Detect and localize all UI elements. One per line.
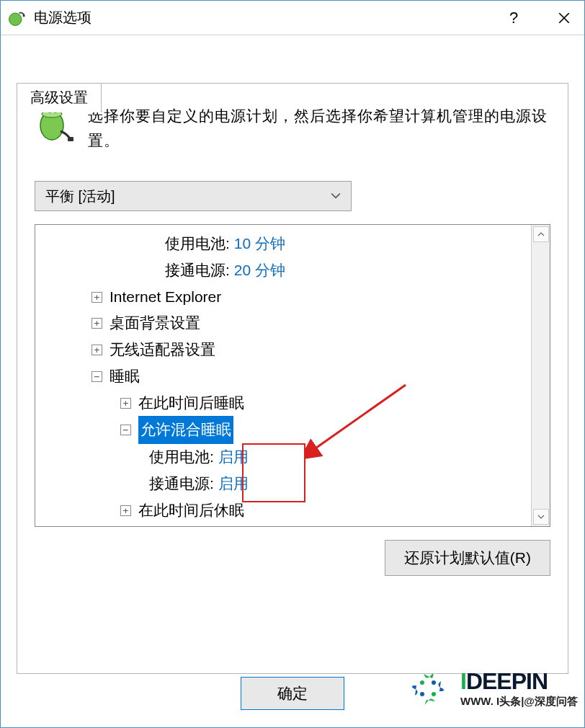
tree-row-hybrid-plugged[interactable]: 接通电源: 启用 [35,471,550,497]
tab-panel: 选择你要自定义的电源计划，然后选择你希望计算机管理的电源设置。 平衡 [活动] … [17,83,568,674]
hybrid-sleep-label: 允许混合睡眠 [138,416,233,444]
tree-row-wireless[interactable]: + 无线适配器设置 [35,337,550,363]
collapse-icon[interactable]: − [120,425,131,435]
plugged-value[interactable]: 20 分钟 [234,257,285,284]
collapse-icon[interactable]: − [91,371,102,382]
expand-icon[interactable]: + [120,398,131,409]
description-row: 选择你要自定义的电源计划，然后选择你希望计算机管理的电源设置。 [35,104,550,152]
battery-value[interactable]: 10 分钟 [234,231,285,257]
ie-label: Internet Explorer [110,284,221,311]
content-area: 高级设置 选择你要自定义的电源计划，然后选择你希望计算机管理的电源设置 [1,35,584,727]
tree-row-hibernate-after[interactable]: + 在此时间后休眠 [35,497,550,524]
scrollbar[interactable] [531,225,550,526]
wireless-label: 无线适配器设置 [110,337,215,363]
restore-row: 还原计划默认值(R) [35,540,550,576]
tab-container: 高级设置 选择你要自定义的电源计划，然后选择你希望计算机管理的电源设置 [17,83,568,674]
tree-row-sleep[interactable]: − 睡眠 [35,363,550,390]
dialog-buttons: 确定 [1,677,584,710]
expand-icon[interactable]: + [91,345,102,355]
settings-tree: 使用电池: 10 分钟 接通电源: 20 分钟 + Internet Explo… [35,225,550,527]
tree-row-battery-time[interactable]: 使用电池: 10 分钟 [35,231,550,257]
tree-row-ie[interactable]: + Internet Explorer [35,284,550,311]
restore-defaults-button[interactable]: 还原计划默认值(R) [385,540,550,576]
plan-select-value: 平衡 [活动] [45,187,115,206]
scroll-up-icon[interactable] [533,226,549,242]
chevron-down-icon [331,190,341,203]
ok-button[interactable]: 确定 [241,677,344,710]
window-title: 电源选项 [34,8,499,27]
expand-icon[interactable]: + [91,292,102,303]
dialog-window: 电源选项 ? 高级设置 [0,0,585,728]
expand-icon[interactable]: + [91,318,102,329]
tab-advanced-settings[interactable]: 高级设置 [17,83,102,112]
hybrid-battery-label: 使用电池: [149,444,214,471]
titlebar: 电源选项 ? [1,1,584,35]
power-plan-select[interactable]: 平衡 [活动] [35,181,352,211]
desktop-bg-label: 桌面背景设置 [110,310,200,337]
settings-tree-container: 使用电池: 10 分钟 接通电源: 20 分钟 + Internet Explo… [35,224,550,527]
hibernate-after-label: 在此时间后休眠 [138,497,244,524]
expand-icon[interactable]: + [120,505,131,516]
tree-row-plugged-time[interactable]: 接通电源: 20 分钟 [35,257,550,284]
close-button[interactable] [550,4,579,32]
battery-label: 使用电池: [165,231,230,257]
tree-row-hybrid-battery[interactable]: 使用电池: 启用 [35,444,550,471]
scroll-down-icon[interactable] [533,509,549,525]
hybrid-battery-value[interactable]: 启用 [218,444,249,471]
svg-rect-1 [23,14,25,17]
hybrid-plugged-value[interactable]: 启用 [218,471,249,497]
tree-row-hybrid-sleep[interactable]: − 允许混合睡眠 [35,416,550,444]
sleep-label: 睡眠 [110,363,140,390]
plugged-label: 接通电源: [165,257,230,284]
svg-rect-6 [68,137,73,141]
tree-row-sleep-after[interactable]: + 在此时间后睡眠 [35,390,550,417]
description-text: 选择你要自定义的电源计划，然后选择你希望计算机管理的电源设置。 [88,104,550,152]
svg-point-0 [9,13,22,26]
titlebar-buttons: ? [499,4,579,32]
sleep-after-label: 在此时间后睡眠 [138,390,244,417]
power-options-icon [6,8,27,28]
hybrid-plugged-label: 接通电源: [149,471,214,497]
help-button[interactable]: ? [499,4,528,32]
tree-row-desktop-bg[interactable]: + 桌面背景设置 [35,310,550,337]
